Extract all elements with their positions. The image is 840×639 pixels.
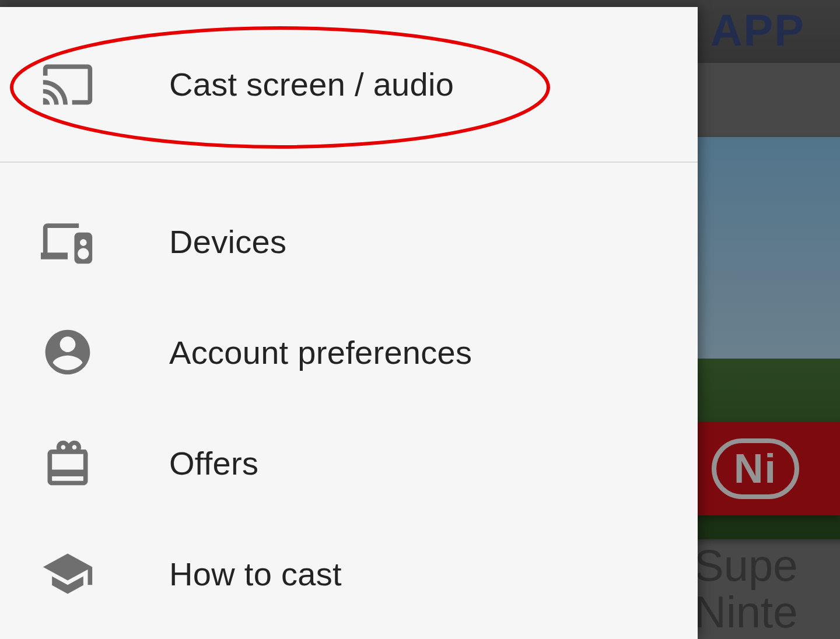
navigation-drawer: Cast screen / audio Devices Account pref… <box>0 7 698 639</box>
menu-item-label: How to cast <box>169 555 342 593</box>
menu-item-devices[interactable]: Devices <box>0 186 698 297</box>
cast-icon <box>41 58 169 111</box>
drawer-menu-list: Devices Account preferences Offers How t… <box>0 163 698 629</box>
menu-item-label: Account preferences <box>169 333 472 371</box>
drawer-primary-section: Cast screen / audio <box>0 7 698 163</box>
menu-item-account-preferences[interactable]: Account preferences <box>0 297 698 408</box>
how-to-cast-icon <box>41 547 169 601</box>
account-icon <box>41 325 169 379</box>
menu-item-label: Offers <box>169 444 258 482</box>
menu-item-offers[interactable]: Offers <box>0 408 698 518</box>
viewport: EN APP Ni Supe Ninte Cast screen / audio <box>0 0 840 639</box>
devices-icon <box>41 215 169 268</box>
menu-item-how-to-cast[interactable]: How to cast <box>0 518 698 629</box>
menu-item-label: Devices <box>169 223 286 261</box>
offers-icon <box>41 436 169 490</box>
menu-item-cast-screen-audio[interactable]: Cast screen / audio <box>0 7 698 161</box>
menu-item-label: Cast screen / audio <box>169 65 454 103</box>
